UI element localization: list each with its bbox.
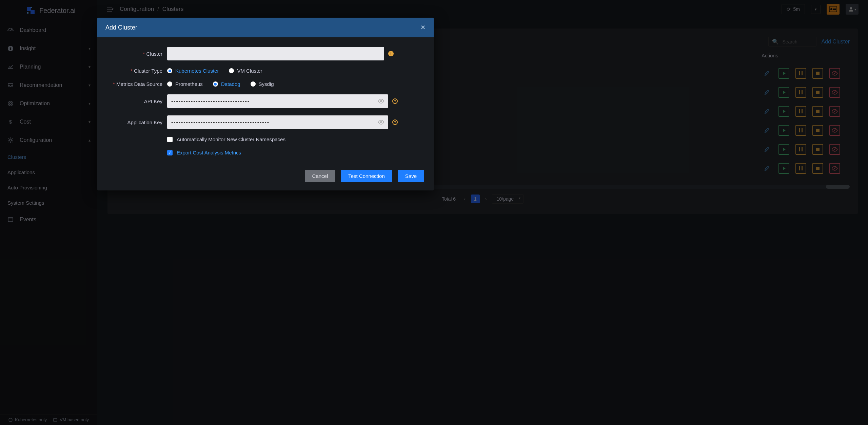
modal-header: Add Cluster ✕: [97, 18, 434, 37]
metrics-option[interactable]: Sysdig: [251, 81, 274, 87]
modal-title: Add Cluster: [105, 24, 137, 31]
api-key-input[interactable]: [167, 94, 388, 108]
test-connection-button[interactable]: Test Connection: [341, 170, 392, 182]
radio-label: Kubernetes Cluster: [175, 68, 219, 74]
svg-point-44: [380, 100, 382, 102]
application-key-input[interactable]: [167, 115, 388, 129]
eye-icon[interactable]: [378, 99, 384, 104]
cluster-type-option[interactable]: Kubernetes Cluster: [167, 68, 219, 74]
export-cost-label: Export Cost Analysis Metrics: [177, 150, 241, 155]
cluster-label: Cluster: [107, 51, 167, 57]
radio-icon: [213, 81, 218, 87]
metrics-option[interactable]: Prometheus: [167, 81, 203, 87]
application-key-label: Application Key: [107, 119, 167, 125]
radio-icon: [251, 81, 256, 87]
radio-icon: [167, 81, 172, 87]
cluster-name-input[interactable]: [167, 47, 384, 60]
info-icon[interactable]: i: [388, 51, 394, 56]
radio-label: VM Cluster: [237, 68, 262, 74]
api-key-label: API Key: [107, 98, 167, 104]
cancel-button[interactable]: Cancel: [305, 170, 336, 182]
radio-label: Datadog: [221, 81, 240, 87]
eye-icon[interactable]: [378, 120, 384, 125]
cluster-type-label: Cluster Type: [107, 68, 167, 74]
auto-monitor-label: Automatically Monitor New Cluster Namesp…: [177, 136, 285, 142]
help-icon[interactable]: ?: [392, 98, 398, 104]
svg-point-45: [380, 122, 382, 123]
metrics-source-label: Metrics Data Source: [107, 81, 167, 87]
add-cluster-modal: Add Cluster ✕ Cluster i Cluster Type Kub…: [97, 18, 434, 190]
radio-icon: [229, 68, 234, 73]
help-icon[interactable]: ?: [392, 119, 398, 125]
radio-icon: [167, 68, 172, 73]
auto-monitor-checkbox[interactable]: [167, 137, 173, 142]
cluster-type-option[interactable]: VM Cluster: [229, 68, 262, 74]
save-button[interactable]: Save: [398, 170, 424, 182]
radio-label: Sysdig: [259, 81, 274, 87]
modal-close-button[interactable]: ✕: [420, 24, 426, 31]
export-cost-checkbox[interactable]: ✓: [167, 150, 173, 155]
radio-label: Prometheus: [175, 81, 203, 87]
metrics-option[interactable]: Datadog: [213, 81, 240, 87]
